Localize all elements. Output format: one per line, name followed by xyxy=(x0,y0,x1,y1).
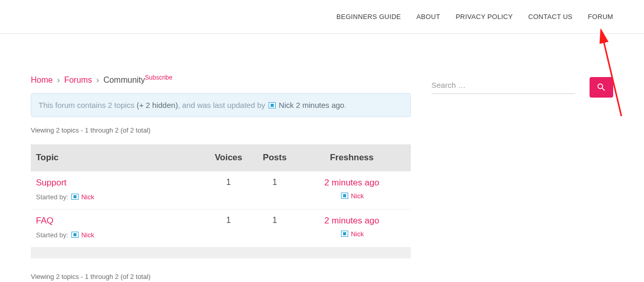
main-content: Home › Forums › CommunitySubscribe This … xyxy=(31,74,411,280)
cell-voices: 1 xyxy=(205,216,252,225)
freshness-time-link[interactable]: 2 minutes ago xyxy=(325,178,380,187)
avatar-icon xyxy=(71,194,79,200)
started-by: Started by: Nick xyxy=(36,193,205,201)
avatar-icon xyxy=(341,193,348,199)
avatar-icon xyxy=(71,232,79,238)
table-footer-bar xyxy=(31,247,411,258)
cell-voices: 1 xyxy=(205,178,252,187)
info-time: 2 minutes ago xyxy=(296,101,344,109)
forum-info-box: This forum contains 2 topics (+ 2 hidden… xyxy=(31,93,411,117)
info-suffix: . xyxy=(344,101,346,109)
info-hidden: (+ 2 hidden) xyxy=(137,101,178,109)
nav-contact-us[interactable]: CONTACT US xyxy=(528,13,573,21)
sidebar xyxy=(431,74,644,280)
freshness-user-link[interactable]: Nick xyxy=(351,192,364,200)
nav-about[interactable]: ABOUT xyxy=(416,13,440,21)
breadcrumb-current: Community xyxy=(103,76,145,84)
info-mid: , and was last updated by xyxy=(178,101,267,109)
info-prefix: This forum contains 2 topics xyxy=(39,101,137,109)
header-freshness: Freshness xyxy=(298,153,406,163)
avatar-icon xyxy=(269,102,276,108)
header-posts: Posts xyxy=(252,153,298,163)
forum-table: Topic Voices Posts Freshness Support Sta… xyxy=(31,144,411,258)
cell-posts: 1 xyxy=(252,216,298,225)
search-input[interactable] xyxy=(431,81,575,89)
started-by-label: Started by: xyxy=(36,231,68,239)
table-row: Support Started by: Nick 1 1 2 minutes a… xyxy=(31,171,411,209)
top-bar: BEGINNERS GUIDE ABOUT PRIVACY POLICY CON… xyxy=(0,0,644,34)
nav-beginners-guide[interactable]: BEGINNERS GUIDE xyxy=(336,13,401,21)
breadcrumb-sep: › xyxy=(57,76,60,84)
search-icon xyxy=(596,82,607,92)
header-topic: Topic xyxy=(36,153,205,163)
top-nav: BEGINNERS GUIDE ABOUT PRIVACY POLICY CON… xyxy=(336,13,613,21)
table-header: Topic Voices Posts Freshness xyxy=(31,144,411,171)
breadcrumb: Home › Forums › CommunitySubscribe xyxy=(31,74,411,85)
info-user: Nick xyxy=(279,101,294,109)
freshness-time-link[interactable]: 2 minutes ago xyxy=(325,216,380,225)
started-by-label: Started by: xyxy=(36,193,68,201)
nav-privacy-policy[interactable]: PRIVACY POLICY xyxy=(456,13,513,21)
nav-forum[interactable]: FORUM xyxy=(588,13,613,21)
started-by-user[interactable]: Nick xyxy=(81,231,94,239)
cell-posts: 1 xyxy=(252,178,298,187)
breadcrumb-sep: › xyxy=(97,76,99,84)
search-button[interactable] xyxy=(590,77,613,98)
viewing-text-top: Viewing 2 topics - 1 through 2 (of 2 tot… xyxy=(31,126,411,134)
header-voices: Voices xyxy=(205,153,252,163)
viewing-text-bottom: Viewing 2 topics - 1 through 2 (of 2 tot… xyxy=(31,273,411,280)
table-row: FAQ Started by: Nick 1 1 2 minutes ago N… xyxy=(31,209,411,247)
topic-link[interactable]: FAQ xyxy=(36,216,53,225)
breadcrumb-forums[interactable]: Forums xyxy=(64,76,92,84)
breadcrumb-home[interactable]: Home xyxy=(31,76,53,84)
subscribe-link[interactable]: Subscribe xyxy=(145,74,172,81)
search-form xyxy=(431,77,613,98)
freshness-user-link[interactable]: Nick xyxy=(351,230,364,238)
topic-link[interactable]: Support xyxy=(36,178,67,187)
started-by-user[interactable]: Nick xyxy=(81,193,94,201)
started-by: Started by: Nick xyxy=(36,231,205,239)
avatar-icon xyxy=(341,231,348,237)
